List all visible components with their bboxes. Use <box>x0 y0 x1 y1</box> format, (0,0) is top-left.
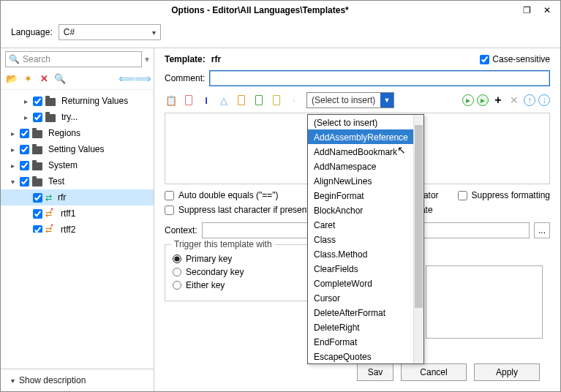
dropdown-item[interactable]: DeleteAfterFormat <box>308 305 423 320</box>
case-sensitive-checkbox[interactable]: Case-sensitive <box>480 54 550 64</box>
dropdown-item[interactable]: AddNamedBookmark <box>308 144 423 159</box>
insert-combo[interactable]: (Select to insert) ▼ <box>306 92 394 108</box>
save-button[interactable]: Sav <box>357 363 394 381</box>
apply-button[interactable]: Apply <box>474 363 540 381</box>
dropdown-item[interactable]: AddAssemblyReference <box>308 129 423 144</box>
folder-open-icon[interactable]: 📂 <box>5 72 18 85</box>
tree-checkbox[interactable] <box>33 193 42 203</box>
close-button[interactable]: ✕ <box>538 4 556 17</box>
context-label: Context: <box>165 225 197 235</box>
auto-equals-label: Auto double equals ("==") <box>178 190 279 200</box>
suppress-formatting-checkbox[interactable]: Suppress formatting <box>458 190 550 200</box>
trigger-either-radio[interactable]: Either key <box>173 280 303 290</box>
template-leaf-icon: ⇄ <box>45 193 52 202</box>
dropdown-item[interactable]: EndFormat <box>308 334 423 349</box>
search-clear-icon[interactable]: ▾ <box>145 54 149 64</box>
dropdown-item[interactable]: BeginFormat <box>308 188 423 203</box>
plus-icon[interactable]: + <box>492 94 505 107</box>
dependent-listbox[interactable] <box>426 265 543 339</box>
trigger-fieldset: Trigger this template with Primary key S… <box>165 244 311 301</box>
folder-icon <box>32 130 42 138</box>
context-browse-button[interactable]: ... <box>534 222 550 238</box>
caret-right-icon[interactable]: ▸ <box>21 97 30 105</box>
tree-folder[interactable]: ▸Returning Values <box>1 93 154 109</box>
trigger-secondary-radio[interactable]: Secondary key <box>173 267 303 277</box>
tree-label: Returning Values <box>61 96 128 106</box>
wand-icon[interactable]: ✶ <box>21 72 34 85</box>
tree-folder[interactable]: ▾Test <box>1 173 154 189</box>
dropdown-item[interactable]: (Select to insert) <box>308 115 423 129</box>
tree-item[interactable]: ⇄*rtff1 <box>1 206 154 222</box>
dropdown-item[interactable]: CompleteWord <box>308 276 423 290</box>
caret-down-icon[interactable]: ▾ <box>8 178 17 186</box>
case-sensitive-label: Case-sensitive <box>492 54 550 64</box>
dropdown-item[interactable]: AlignNewLines <box>308 173 423 188</box>
dropdown-item[interactable]: BlockAnchor <box>308 203 423 217</box>
tree-item[interactable]: ⇄rfr <box>1 189 154 206</box>
dropdown-scrollbar[interactable] <box>413 115 423 363</box>
tree-checkbox[interactable] <box>20 161 29 170</box>
move-up-icon[interactable]: ↑ <box>524 94 535 106</box>
tree-folder[interactable]: ▸try... <box>1 109 154 125</box>
nav-back-icon[interactable]: ⟸ <box>120 72 133 85</box>
trigger-primary-radio[interactable]: Primary key <box>173 254 303 264</box>
folder-icon <box>32 146 42 154</box>
template-name: rfr <box>211 54 221 64</box>
tree-folder[interactable]: ▸Setting Values <box>1 141 154 157</box>
nav-forward-icon[interactable]: ⟹ <box>136 72 149 85</box>
box-green-icon[interactable] <box>252 94 266 107</box>
find-icon[interactable]: 🔍 <box>53 72 67 85</box>
tree-checkbox[interactable] <box>33 209 42 219</box>
suppress-last-checkbox[interactable]: Suppress last character if present <box>165 205 309 215</box>
tree-checkbox[interactable] <box>20 177 29 186</box>
tree-checkbox[interactable] <box>20 145 29 154</box>
play-icon[interactable]: ▸ <box>477 94 489 106</box>
text-icon[interactable] <box>182 94 195 107</box>
search-icon: 🔍 <box>9 54 20 64</box>
dropdown-item[interactable]: ClearFields <box>308 261 423 276</box>
dropdown-item[interactable]: Cursor <box>308 290 423 305</box>
insert-dropdown-popup[interactable]: (Select to insert)AddAssemblyReferenceAd… <box>307 114 424 364</box>
box-orange-icon[interactable] <box>235 94 248 107</box>
triangle-icon[interactable]: △ <box>217 94 230 107</box>
folder-icon <box>45 114 56 122</box>
suppress-last-label: Suppress last character if present <box>178 205 309 215</box>
tree-checkbox[interactable] <box>33 113 42 122</box>
record-icon[interactable]: ▸ <box>462 94 474 106</box>
delete-icon[interactable]: ✕ <box>37 72 50 85</box>
small-square-icon[interactable]: ▫ <box>287 94 301 107</box>
dropdown-item[interactable]: Class <box>308 232 423 246</box>
tree-folder[interactable]: ▸System <box>1 157 154 173</box>
box-yellow-icon[interactable] <box>270 94 283 107</box>
cancel-button[interactable]: Cancel <box>401 363 467 381</box>
search-input[interactable]: 🔍 Search <box>5 51 142 67</box>
comment-input[interactable] <box>209 70 550 86</box>
chevron-down-icon: ▾ <box>152 29 156 37</box>
tree-label: rtff1 <box>61 208 75 219</box>
caret-right-icon[interactable]: ▸ <box>8 146 17 154</box>
template-tree[interactable]: ▸Returning Values▸try...▸Regions▸Setting… <box>1 90 154 233</box>
dropdown-item[interactable]: Caret <box>308 217 423 232</box>
scrollbar-thumb[interactable] <box>415 125 423 308</box>
dropdown-item[interactable]: Class.Method <box>308 246 423 261</box>
tree-checkbox[interactable] <box>33 225 42 233</box>
dropdown-item[interactable]: EscapeQuotes <box>308 349 423 363</box>
caret-right-icon[interactable]: ▸ <box>21 113 30 121</box>
caret-right-icon[interactable]: ▸ <box>8 162 17 170</box>
auto-equals-checkbox[interactable]: Auto double equals ("==") <box>165 190 309 200</box>
caret-right-icon[interactable]: ▸ <box>8 129 17 137</box>
language-select[interactable]: C# ▾ <box>59 24 161 40</box>
move-down-icon[interactable]: ↓ <box>538 94 550 106</box>
show-description-toggle[interactable]: ▾ Show description <box>1 369 154 391</box>
maximize-button[interactable]: ❐ <box>518 4 535 17</box>
tree-checkbox[interactable] <box>33 97 42 106</box>
insert-combo-button[interactable]: ▼ <box>380 93 394 108</box>
remove-icon[interactable]: ✕ <box>508 94 521 107</box>
cursor-icon[interactable]: I <box>200 94 213 107</box>
tree-folder[interactable]: ▸Regions <box>1 125 154 141</box>
dropdown-item[interactable]: DeleteRight <box>308 320 423 334</box>
tree-checkbox[interactable] <box>20 129 29 138</box>
dropdown-item[interactable]: AddNamespace <box>308 159 423 173</box>
clipboard-icon[interactable]: 📋 <box>165 94 178 107</box>
tree-item[interactable]: ⇄*rtff2 <box>1 222 154 233</box>
